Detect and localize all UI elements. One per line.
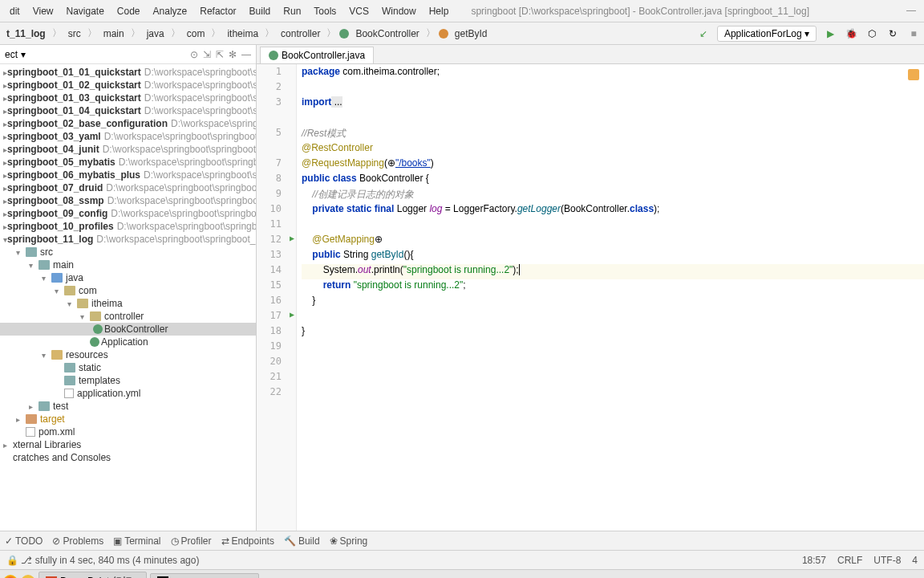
menu-view[interactable]: View bbox=[26, 6, 60, 17]
module-row[interactable]: ▸springboot_01_01_quickstartD:\workspace… bbox=[0, 66, 256, 79]
tab-problems[interactable]: ⊘ Problems bbox=[52, 535, 103, 547]
tree-com[interactable]: ▾com bbox=[0, 284, 256, 297]
tree-resources[interactable]: ▾resources bbox=[0, 348, 256, 361]
menu-tools[interactable]: Tools bbox=[307, 6, 342, 17]
target-folder-icon bbox=[26, 414, 37, 424]
build-icon[interactable]: ↙ bbox=[696, 26, 711, 41]
class-icon bbox=[269, 51, 278, 60]
menu-run[interactable]: Run bbox=[277, 6, 307, 17]
module-row[interactable]: ▸springboot_06_mybatis_plusD:\workspace\… bbox=[0, 169, 256, 181]
module-row[interactable]: ▸springboot_01_04_quickstartD:\workspace… bbox=[0, 104, 256, 117]
menu-refactor[interactable]: Refactor bbox=[193, 6, 242, 17]
tree-main[interactable]: ▾main bbox=[0, 258, 256, 271]
module-row[interactable]: ▸springboot_01_02_quickstartD:\workspace… bbox=[0, 79, 256, 92]
tab-profiler[interactable]: ◷ Profiler bbox=[171, 535, 212, 547]
menu-help[interactable]: Help bbox=[423, 6, 456, 17]
package-icon bbox=[77, 299, 88, 308]
tree-test[interactable]: ▸test bbox=[0, 400, 256, 413]
tree-templates[interactable]: templates bbox=[0, 374, 256, 387]
window-title: springboot [D:\workspace\springboot] - B… bbox=[471, 6, 809, 17]
crumb-main[interactable]: main bbox=[100, 26, 128, 41]
expand-all-icon[interactable]: ⇲ bbox=[203, 49, 211, 60]
file-encoding[interactable]: UTF-8 bbox=[873, 555, 901, 566]
profile-button[interactable]: ↻ bbox=[886, 26, 900, 41]
project-tool-window: ect ▾ ⊙ ⇲ ⇱ ✻ — ▸springboot_01_01_quicks… bbox=[0, 45, 257, 531]
project-tree[interactable]: ▸springboot_01_01_quickstartD:\workspace… bbox=[0, 64, 256, 466]
tree-appyml[interactable]: application.yml bbox=[0, 387, 256, 400]
cursor-position[interactable]: 18:57 bbox=[802, 555, 826, 566]
tree-controller[interactable]: ▾controller bbox=[0, 310, 256, 323]
explorer-icon[interactable] bbox=[21, 575, 35, 579]
chevron-down-icon[interactable]: ▾ bbox=[21, 49, 26, 60]
module-row[interactable]: ▸springboot_04_junitD:\workspace\springb… bbox=[0, 143, 256, 156]
tree-static[interactable]: static bbox=[0, 361, 256, 374]
tab-build[interactable]: 🔨 Build bbox=[284, 535, 320, 547]
status-lock-icon[interactable]: 🔒 bbox=[6, 555, 18, 566]
tree-external-libs[interactable]: ▸xternal Libraries bbox=[0, 438, 256, 451]
crumb-controller[interactable]: controller bbox=[278, 26, 323, 41]
module-row[interactable]: ▸springboot_10_profilesD:\workspace\spri… bbox=[0, 220, 256, 233]
gutter[interactable]: 1 2 3 5 7 8 9 10 11 12 13 14 15 16 17 18… bbox=[257, 64, 297, 531]
tree-pom[interactable]: pom.xml bbox=[0, 425, 256, 438]
menu-build[interactable]: Build bbox=[243, 6, 278, 17]
crumb-src[interactable]: src bbox=[65, 26, 84, 41]
minimize-icon[interactable]: — bbox=[906, 5, 916, 16]
indent-size[interactable]: 4 bbox=[912, 555, 918, 566]
menu-code[interactable]: Code bbox=[111, 6, 147, 17]
folder-icon bbox=[26, 247, 37, 257]
tree-bookcontroller[interactable]: BookController bbox=[0, 323, 256, 336]
status-git-icon[interactable]: ⎇ bbox=[21, 555, 32, 566]
module-row[interactable]: ▾springboot_11_logD:\workspace\springboo… bbox=[0, 233, 256, 246]
menu-window[interactable]: Window bbox=[375, 6, 423, 17]
crumb-module[interactable]: t_11_log bbox=[3, 26, 49, 41]
tree-application[interactable]: Application bbox=[0, 336, 256, 348]
run-button[interactable]: ▶ bbox=[823, 26, 837, 41]
tree-scratches[interactable]: cratches and Consoles bbox=[0, 451, 256, 464]
crumb-java[interactable]: java bbox=[144, 26, 168, 41]
taskbar-powerpoint[interactable]: PowerPoint 幻灯... bbox=[38, 572, 147, 578]
collapse-all-icon[interactable]: ⇱ bbox=[216, 49, 224, 60]
module-row[interactable]: ▸springboot_08_ssmpD:\workspace\springbo… bbox=[0, 194, 256, 207]
module-row[interactable]: ▸springboot_05_mybatisD:\workspace\sprin… bbox=[0, 156, 256, 169]
tab-endpoints[interactable]: ⇄ Endpoints bbox=[221, 535, 274, 547]
debug-button[interactable]: 🐞 bbox=[844, 26, 858, 41]
run-toolbar: ↙ ApplicationForLog ▾ ▶ 🐞 ⬡ ↻ ■ bbox=[696, 26, 921, 42]
menu-edit[interactable]: dit bbox=[3, 6, 26, 17]
line-separator[interactable]: CRLF bbox=[837, 555, 862, 566]
tab-spring[interactable]: ❀ Spring bbox=[330, 535, 368, 547]
select-opened-file-icon[interactable]: ⊙ bbox=[190, 49, 198, 60]
url-gutter-icon[interactable]: ⊕ bbox=[387, 157, 395, 169]
project-view-label[interactable]: ect bbox=[5, 49, 18, 60]
crumb-class[interactable]: BookController bbox=[352, 26, 422, 41]
code-content[interactable]: package com.itheima.controller; import .… bbox=[297, 64, 924, 531]
settings-icon[interactable]: ✻ bbox=[229, 49, 237, 60]
url-gutter-icon[interactable]: ⊕ bbox=[375, 234, 383, 245]
crumb-method[interactable]: getById bbox=[452, 26, 491, 41]
module-row[interactable]: ▸springboot_09_configD:\workspace\spring… bbox=[0, 207, 256, 220]
coverage-button[interactable]: ⬡ bbox=[865, 26, 879, 41]
tree-src[interactable]: ▾src bbox=[0, 246, 256, 258]
module-row[interactable]: ▸springboot_02_base_configurationD:\work… bbox=[0, 117, 256, 130]
menu-navigate[interactable]: Navigate bbox=[59, 6, 110, 17]
tab-terminal[interactable]: ▣ Terminal bbox=[113, 535, 160, 547]
crumb-itheima[interactable]: itheima bbox=[224, 26, 261, 41]
hide-icon[interactable]: — bbox=[241, 49, 251, 60]
run-config-dropdown[interactable]: ApplicationForLog ▾ bbox=[717, 26, 817, 42]
tree-itheima[interactable]: ▾itheima bbox=[0, 297, 256, 310]
stop-button[interactable]: ■ bbox=[906, 26, 921, 41]
menu-analyze[interactable]: Analyze bbox=[147, 6, 194, 17]
tree-java[interactable]: ▾java bbox=[0, 271, 256, 284]
bottom-tool-tabs: ✓ TODO ⊘ Problems ▣ Terminal ◷ Profiler … bbox=[0, 531, 924, 550]
module-row[interactable]: ▸springboot_03_yamlD:\workspace\springbo… bbox=[0, 130, 256, 143]
module-row[interactable]: ▸springboot_07_druidD:\workspace\springb… bbox=[0, 181, 256, 194]
taskbar-intellij[interactable]: springboot – Boo... bbox=[150, 573, 260, 579]
tree-target[interactable]: ▸target bbox=[0, 413, 256, 425]
crumb-com[interactable]: com bbox=[184, 26, 209, 41]
code-editor[interactable]: 1 2 3 5 7 8 9 10 11 12 13 14 15 16 17 18… bbox=[257, 64, 924, 531]
warning-icon[interactable] bbox=[908, 69, 919, 80]
tab-bookcontroller[interactable]: BookController.java bbox=[260, 47, 374, 63]
module-row[interactable]: ▸springboot_01_03_quickstartD:\workspace… bbox=[0, 92, 256, 104]
menu-vcs[interactable]: VCS bbox=[342, 6, 375, 17]
tab-todo[interactable]: ✓ TODO bbox=[5, 535, 43, 547]
chrome-icon[interactable] bbox=[3, 575, 18, 579]
